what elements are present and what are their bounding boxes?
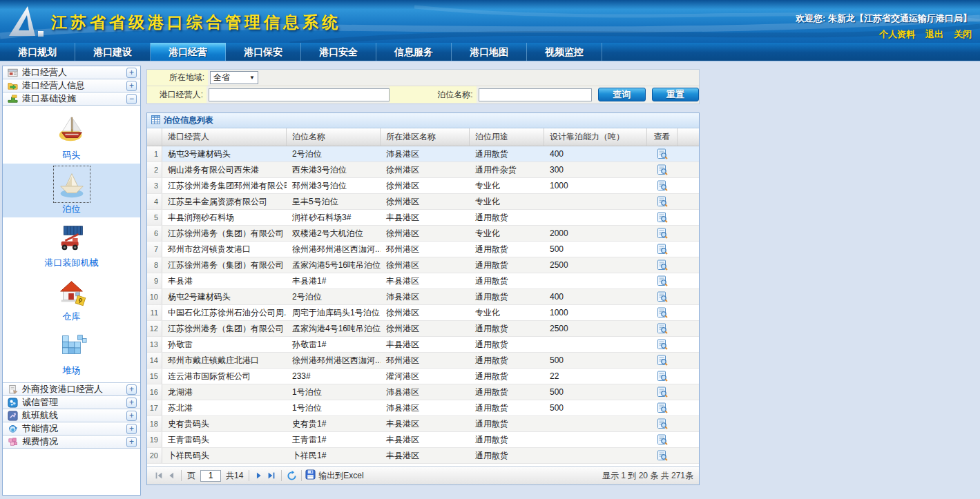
- table-row[interactable]: 20 卜祥民码头 卜祥民1# 丰县港区 通用散货: [147, 448, 699, 464]
- header-link[interactable]: 个人资料: [879, 28, 915, 41]
- cell-view: [647, 369, 678, 384]
- cell-view: [647, 305, 678, 320]
- nav-tab[interactable]: 港口经营: [151, 43, 226, 61]
- integrity-icon: [7, 397, 18, 408]
- table-row[interactable]: 10 杨屯2号建材码头 2号泊位 沛县港区 通用散货 400: [147, 289, 699, 305]
- page-input[interactable]: [200, 470, 221, 482]
- table-row[interactable]: 14 邳州市戴庄镇戴庄北港口 徐州港邳州港区西泇河... 邳州港区 通用散货 5…: [147, 353, 699, 369]
- sidebar-group-label: 港口基础设施: [22, 92, 122, 105]
- sidebar-group-label: 外商投资港口经营人: [22, 383, 122, 395]
- view-record-icon[interactable]: [657, 387, 668, 398]
- table-row[interactable]: 3 江苏徐州港务集团邳州港有限公司 邳州港3号泊位 徐州港区 专业化 1000: [147, 178, 699, 194]
- table-row[interactable]: 17 苏北港 1号泊位 沛县港区 通用散货 500: [147, 400, 699, 416]
- sidebar-group-header[interactable]: 节能情况 +: [3, 422, 140, 436]
- view-record-icon[interactable]: [657, 180, 668, 191]
- view-record-icon[interactable]: [657, 355, 668, 366]
- view-record-icon[interactable]: [657, 434, 668, 445]
- cell-area: 灌河港区: [381, 369, 470, 384]
- table-row[interactable]: 18 史有贵码头 史有贵1# 丰县港区 通用散货: [147, 416, 699, 432]
- cell-area: 徐州港区: [381, 226, 470, 241]
- group-toggle-button[interactable]: +: [126, 411, 137, 421]
- view-record-icon[interactable]: [657, 244, 668, 255]
- facility-item[interactable]: 泊位: [3, 164, 140, 217]
- table-row[interactable]: 5 丰县润翔砂石料场 润祥砂石料场3# 丰县港区 通用散货: [147, 210, 699, 226]
- berth-name-input[interactable]: [479, 88, 592, 101]
- next-page-button[interactable]: [253, 469, 265, 482]
- cell-capacity: [544, 448, 647, 463]
- facility-item[interactable]: 码头: [3, 110, 140, 164]
- table-row[interactable]: 16 龙湖港 1号泊位 沛县港区 通用散货 500: [147, 384, 699, 400]
- row-number: 1: [147, 146, 162, 162]
- view-record-icon[interactable]: [657, 371, 668, 382]
- header-link[interactable]: 退出: [925, 28, 943, 41]
- group-toggle-button[interactable]: +: [126, 398, 137, 408]
- table-row[interactable]: 8 江苏徐州港务（集团）有限公司 孟家沟港5号16吨吊泊位 徐州港区 通用散货 …: [147, 257, 699, 273]
- table-row[interactable]: 2 铜山港务有限公司西朱港 西朱港3号泊位 徐州港区 通用件杂货 300: [147, 162, 699, 178]
- view-record-icon[interactable]: [657, 291, 668, 302]
- cell-view: [647, 226, 678, 241]
- cell-view: [647, 242, 678, 257]
- query-button[interactable]: 查询: [598, 88, 645, 101]
- table-row[interactable]: 11 中国石化江苏徐州石油分公司周... 周宅于油库码头1号泊位 徐州港区 专业…: [147, 305, 699, 321]
- nav-tab[interactable]: 港口保安: [226, 43, 301, 61]
- table-row[interactable]: 13 孙敬雷 孙敬雷1# 丰县港区 通用散货: [147, 337, 699, 353]
- table-row[interactable]: 12 江苏徐州港务（集团）有限公司 孟家沟港4号16吨吊泊位 徐州港区 通用散货…: [147, 321, 699, 337]
- view-record-icon[interactable]: [657, 148, 668, 159]
- reset-button[interactable]: 重置: [652, 88, 699, 101]
- first-page-button[interactable]: [153, 469, 165, 482]
- nav-tab[interactable]: 视频监控: [527, 43, 602, 61]
- sidebar-group-header[interactable]: 规费情况 +: [3, 436, 140, 449]
- pager-separator: [281, 470, 282, 481]
- table-row[interactable]: 1 杨屯3号建材码头 2号泊位 沛县港区 通用散货 400: [147, 146, 699, 162]
- group-toggle-button[interactable]: +: [126, 384, 137, 395]
- view-record-icon[interactable]: [657, 307, 668, 318]
- facility-item[interactable]: 堆场: [3, 325, 140, 379]
- table-row[interactable]: 7 邳州市岔河镇贵发港口 徐州港邳州港区西泇河... 邳州港区 通用散货 500: [147, 242, 699, 257]
- table-row[interactable]: 9 丰县港 丰县港1# 丰县港区 通用散货: [147, 273, 699, 289]
- sidebar-group-header[interactable]: 港口经营人 +: [3, 66, 140, 79]
- cell-berth: 邳州港3号泊位: [287, 178, 381, 193]
- sidebar-group-header[interactable]: 诚信管理 +: [3, 396, 140, 409]
- refresh-icon[interactable]: [285, 469, 298, 482]
- table-row[interactable]: 15 连云港市国际货柜公司 233# 灌河港区 通用散货 22: [147, 369, 699, 384]
- region-select[interactable]: 全省 ▼: [210, 71, 258, 84]
- view-record-icon[interactable]: [657, 196, 668, 207]
- view-record-icon[interactable]: [657, 228, 668, 239]
- view-record-icon[interactable]: [657, 260, 668, 271]
- view-record-icon[interactable]: [657, 418, 668, 429]
- person-doc-icon: [7, 384, 18, 395]
- last-page-button[interactable]: [265, 469, 278, 482]
- nav-tab[interactable]: 港口建设: [75, 43, 151, 61]
- operator-input[interactable]: [209, 88, 390, 101]
- view-record-icon[interactable]: [657, 323, 668, 334]
- table-row[interactable]: 6 江苏徐州港务（集团）有限公司 双楼港2号大机泊位 徐州港区 专业化 2000: [147, 226, 699, 242]
- nav-tab[interactable]: 港口安全: [301, 43, 376, 61]
- group-toggle-button[interactable]: +: [126, 424, 137, 434]
- view-record-icon[interactable]: [657, 212, 668, 223]
- group-toggle-button[interactable]: −: [126, 94, 137, 104]
- view-record-icon[interactable]: [657, 275, 668, 286]
- cell-filler: [678, 194, 699, 209]
- view-record-icon[interactable]: [657, 402, 668, 413]
- group-toggle-button[interactable]: +: [126, 437, 137, 447]
- view-record-icon[interactable]: [657, 450, 668, 461]
- table-row[interactable]: 19 王青雷码头 王青雷1# 丰县港区 通用散货: [147, 432, 699, 448]
- nav-tab[interactable]: 港口地图: [452, 43, 527, 61]
- view-record-icon[interactable]: [657, 164, 668, 175]
- prev-page-button[interactable]: [165, 469, 177, 482]
- nav-tab[interactable]: 港口规划: [0, 43, 75, 61]
- export-excel-button[interactable]: 输出到Excel: [305, 469, 363, 482]
- sidebar-group-header[interactable]: 外商投资港口经营人 +: [3, 383, 140, 396]
- group-toggle-button[interactable]: +: [126, 68, 137, 78]
- cell-operator: 史有贵码头: [162, 416, 287, 431]
- sidebar-group-header[interactable]: 航班航线 +: [3, 409, 140, 422]
- facility-item[interactable]: 港口装卸机械: [3, 217, 140, 271]
- sidebar-group-header[interactable]: 港口经营人信息 +: [3, 79, 140, 92]
- facility-item[interactable]: 仓库: [3, 271, 140, 325]
- header-link[interactable]: 关闭: [954, 28, 972, 41]
- sidebar-group-header[interactable]: 港口基础设施 −: [3, 92, 140, 106]
- table-row[interactable]: 4 江苏呈丰金属资源有限公司 呈丰5号泊位 徐州港区 专业化: [147, 194, 699, 210]
- view-record-icon[interactable]: [657, 339, 668, 350]
- group-toggle-button[interactable]: +: [126, 81, 137, 91]
- nav-tab[interactable]: 信息服务: [376, 43, 452, 61]
